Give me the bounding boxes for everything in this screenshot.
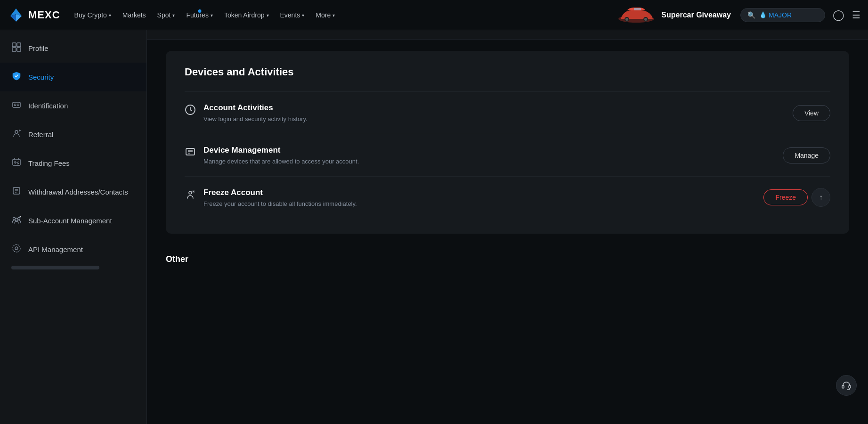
chevron-down-icon: ▾	[267, 13, 269, 18]
sidebar-item-label: Withdrawal Addresses/Contacts	[28, 188, 128, 196]
sidebar-item-label: Identification	[28, 102, 68, 110]
freeze-button[interactable]: Freeze	[763, 189, 808, 205]
logo[interactable]: MEXC	[8, 7, 60, 24]
sidebar-item-withdrawal[interactable]: Withdrawal Addresses/Contacts	[0, 178, 146, 206]
svg-point-30	[15, 218, 18, 221]
clock-icon	[185, 104, 196, 118]
security-icon	[11, 71, 22, 83]
supercar-icon	[615, 6, 657, 24]
account-activities-title: Account Activities	[203, 103, 308, 113]
floating-buttons	[836, 375, 857, 396]
referral-icon	[11, 129, 22, 140]
device-management-title: Device Management	[203, 146, 359, 155]
logo-text: MEXC	[28, 9, 60, 21]
svg-rect-12	[17, 48, 21, 51]
freeze-btn-row: Freeze ↑	[763, 188, 830, 207]
sidebar-item-label: Profile	[28, 44, 49, 52]
sidebar: Profile Security Identific	[0, 30, 147, 424]
sidebar-item-label: Security	[28, 73, 54, 81]
svg-rect-10	[17, 43, 21, 47]
nav-markets[interactable]: Markets	[118, 8, 151, 22]
nav-token-airdrop[interactable]: Token Airdrop ▾	[219, 8, 274, 22]
api-icon	[11, 244, 22, 255]
identification-icon	[11, 100, 22, 112]
trading-fees-icon	[11, 157, 22, 169]
sidebar-scrollbar[interactable]	[11, 266, 99, 269]
device-management-row: Device Management Manage devices that ar…	[185, 134, 830, 176]
freeze-icon	[185, 189, 196, 203]
freeze-account-row: Freeze Account Freeze your account to di…	[185, 176, 830, 219]
svg-rect-45	[842, 385, 844, 388]
supercar-label: Supercar Giveaway	[661, 11, 731, 19]
account-activities-row: Account Activities View login and securi…	[185, 91, 830, 134]
search-value: 💧 MAJOR	[759, 11, 792, 19]
user-icon[interactable]: ◯	[833, 9, 844, 21]
freeze-account-desc: Freeze your account to disable all funct…	[203, 200, 357, 207]
nav-spot[interactable]: Spot ▾	[153, 8, 180, 22]
other-section-title: Other	[147, 245, 868, 269]
nav-events[interactable]: Events ▾	[276, 8, 309, 22]
nav-buy-crypto[interactable]: Buy Crypto ▾	[70, 8, 116, 22]
svg-rect-46	[849, 385, 851, 388]
row-left: Account Activities View login and securi…	[185, 103, 308, 122]
nav-futures[interactable]: Futures ▾	[181, 8, 217, 22]
profile-icon	[11, 42, 22, 54]
chevron-down-icon: ▾	[109, 13, 111, 18]
row-left: Freeze Account Freeze your account to di…	[185, 188, 357, 207]
sidebar-item-referral[interactable]: Referral	[0, 120, 146, 149]
logo-icon	[8, 7, 24, 24]
svg-rect-13	[13, 102, 20, 107]
svg-rect-20	[13, 159, 20, 165]
main-content: Devices and Activities Account Activitie…	[147, 30, 868, 424]
sidebar-item-label: API Management	[28, 245, 83, 253]
sidebar-item-sub-account[interactable]: Sub-Account Management	[0, 206, 146, 235]
svg-point-35	[15, 247, 18, 250]
freeze-account-info: Freeze Account Freeze your account to di…	[203, 188, 357, 207]
device-management-desc: Manage devices that are allowed to acces…	[203, 158, 359, 165]
scroll-up-button[interactable]: ↑	[811, 188, 830, 207]
device-icon	[185, 147, 196, 161]
row-left: Device Management Manage devices that ar…	[185, 146, 359, 165]
chevron-down-icon: ▾	[172, 13, 175, 18]
sidebar-item-identification[interactable]: Identification	[0, 91, 146, 120]
chevron-down-icon: ▾	[211, 13, 213, 18]
sidebar-item-profile[interactable]: Profile	[0, 34, 146, 63]
view-button[interactable]: View	[793, 105, 830, 121]
svg-rect-11	[12, 48, 16, 51]
withdrawal-icon	[11, 186, 22, 198]
svg-point-34	[13, 245, 20, 252]
section-title: Devices and Activities	[185, 66, 830, 78]
sidebar-item-api-management[interactable]: API Management	[0, 235, 146, 264]
svg-point-17	[15, 130, 18, 133]
menu-icon[interactable]: ☰	[852, 9, 860, 21]
sub-account-icon	[11, 215, 22, 227]
account-activities-info: Account Activities View login and securi…	[203, 103, 308, 122]
sidebar-item-label: Sub-Account Management	[28, 217, 112, 225]
device-management-info: Device Management Manage devices that ar…	[203, 146, 359, 165]
nav-more[interactable]: More ▾	[311, 8, 340, 22]
headset-button[interactable]	[836, 375, 857, 396]
svg-point-22	[17, 163, 19, 164]
svg-point-21	[15, 162, 16, 163]
manage-button[interactable]: Manage	[783, 147, 830, 163]
supercar-promo[interactable]: Supercar Giveaway	[615, 6, 731, 24]
svg-rect-9	[12, 43, 16, 47]
svg-point-14	[14, 104, 16, 106]
chevron-down-icon: ▾	[333, 13, 335, 18]
navbar: MEXC Buy Crypto ▾ Markets Spot ▾ Futures…	[0, 0, 868, 30]
sidebar-item-label: Referral	[28, 130, 53, 139]
svg-point-7	[644, 18, 647, 21]
sidebar-item-label: Trading Fees	[28, 159, 70, 167]
svg-point-5	[625, 18, 628, 21]
sidebar-item-security[interactable]: Security	[0, 63, 146, 91]
svg-rect-8	[634, 8, 641, 10]
devices-activities-section: Devices and Activities Account Activitie…	[166, 51, 849, 234]
scroll-top-indicator	[147, 30, 868, 40]
sidebar-item-trading-fees[interactable]: Trading Fees	[0, 149, 146, 178]
svg-point-41	[189, 191, 192, 194]
search-bar[interactable]: 🔍 💧 MAJOR	[740, 8, 825, 22]
freeze-account-title: Freeze Account	[203, 188, 357, 197]
chevron-down-icon: ▾	[302, 13, 304, 18]
page-layout: Profile Security Identific	[0, 30, 868, 424]
account-activities-desc: View login and security activity history…	[203, 115, 308, 122]
